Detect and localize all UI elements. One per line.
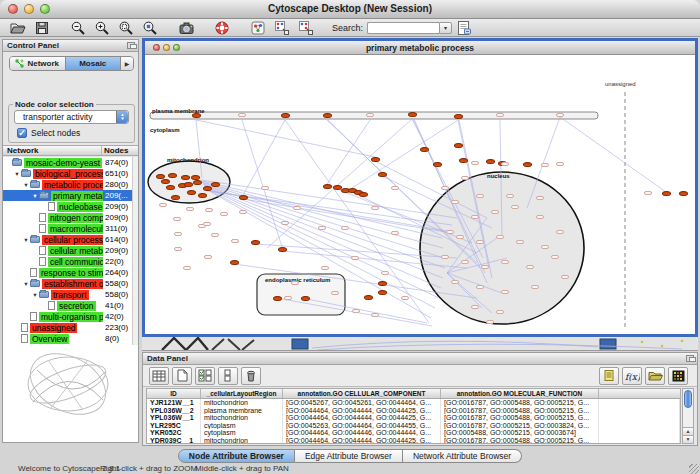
- gene-node-unselected[interactable]: [291, 281, 299, 285]
- table-scrollbar[interactable]: ▲ ▼: [682, 388, 694, 444]
- float-panel-icon[interactable]: [127, 42, 135, 49]
- table-row[interactable]: YDR039C__1mitochondrion[GO:0044464, GO:0…: [147, 437, 680, 444]
- gene-node-unselected[interactable]: [556, 230, 564, 234]
- expander-icon[interactable]: ▼: [22, 182, 30, 188]
- gene-node-unselected[interactable]: [186, 207, 194, 211]
- gene-node-unselected[interactable]: [486, 320, 494, 324]
- table-row[interactable]: YKR052Ccytoplasm[GO:0044464, GO:0044446,…: [147, 429, 680, 437]
- gene-node-unselected[interactable]: [446, 230, 454, 234]
- tree-scrollbar[interactable]: [132, 157, 138, 345]
- gene-node-unselected[interactable]: [391, 231, 399, 235]
- gene-node[interactable]: [273, 296, 282, 301]
- gene-node-unselected[interactable]: [451, 280, 459, 284]
- gene-node[interactable]: [371, 157, 380, 162]
- gene-node[interactable]: [161, 179, 170, 184]
- gene-node-unselected[interactable]: [159, 203, 167, 207]
- tree-header-network[interactable]: Network: [3, 146, 102, 155]
- gene-node[interactable]: [459, 158, 468, 163]
- gene-node-unselected[interactable]: [174, 247, 182, 251]
- notepad-icon[interactable]: [599, 367, 619, 385]
- table-row[interactable]: YPL036W__2plasma membrane[GO:0044464, GO…: [147, 407, 680, 415]
- zoom-fit-icon[interactable]: [114, 19, 138, 36]
- gene-node[interactable]: [523, 162, 532, 167]
- column-header[interactable]: annotation.GO MOLECULAR_FUNCTION: [441, 389, 599, 398]
- gene-node[interactable]: [168, 173, 177, 178]
- gene-node-unselected[interactable]: [526, 265, 534, 269]
- gene-node[interactable]: [281, 113, 290, 118]
- new-attribute-icon[interactable]: [172, 367, 192, 385]
- gene-node-unselected[interactable]: [321, 266, 329, 270]
- gene-node[interactable]: [278, 247, 287, 252]
- gene-node-unselected[interactable]: [366, 113, 374, 117]
- gene-node-unselected[interactable]: [471, 215, 479, 219]
- gene-node[interactable]: [454, 143, 463, 148]
- delete-attribute-icon[interactable]: [241, 367, 261, 385]
- gene-node-unselected[interactable]: [371, 313, 379, 317]
- tab-network[interactable]: Network: [10, 57, 66, 70]
- scroll-up-icon[interactable]: ▲: [683, 427, 693, 435]
- tab-node-attribute-browser[interactable]: Node Attribute Browser: [178, 449, 295, 463]
- gene-node-unselected[interactable]: [231, 239, 239, 243]
- gene-node-unselected[interactable]: [204, 255, 212, 259]
- tree-row[interactable]: ▼metabolic process280(0): [3, 179, 138, 190]
- gene-node[interactable]: [192, 113, 201, 118]
- gene-node[interactable]: [251, 240, 260, 245]
- gene-node[interactable]: [378, 290, 387, 295]
- gene-node[interactable]: [203, 186, 212, 191]
- gene-node-unselected[interactable]: [352, 309, 360, 313]
- column-header[interactable]: _cellularLayoutRegion: [201, 389, 283, 398]
- gene-node[interactable]: [433, 162, 442, 167]
- gene-node[interactable]: [679, 191, 688, 196]
- tree-row[interactable]: unassigned223(0): [3, 322, 138, 333]
- gene-node-unselected[interactable]: [261, 186, 269, 190]
- tree-row[interactable]: nucleobase-209(0): [3, 201, 138, 212]
- table-row[interactable]: YJR121W__1mitochondrion[GO:0045267, GO:0…: [147, 399, 680, 407]
- search-input[interactable]: [367, 22, 439, 34]
- import-folder-icon[interactable]: [645, 367, 665, 385]
- snapshot-icon[interactable]: [174, 19, 198, 36]
- column-header[interactable]: ID: [147, 389, 201, 398]
- gene-node[interactable]: [181, 175, 190, 180]
- gene-node-unselected[interactable]: [391, 186, 399, 190]
- resize-grip[interactable]: [689, 464, 699, 474]
- network-canvas[interactable]: plasma membrane cytoplasm mitochondrion …: [145, 55, 695, 334]
- gene-node-unselected[interactable]: [476, 285, 484, 289]
- gene-node[interactable]: [364, 295, 373, 300]
- gene-node-unselected[interactable]: [506, 194, 514, 198]
- tree-row[interactable]: macromolecule311(0): [3, 223, 138, 234]
- tab-overflow-arrow[interactable]: ▶: [121, 57, 133, 70]
- gene-node[interactable]: [359, 192, 368, 197]
- gene-node-unselected[interactable]: [293, 206, 301, 210]
- attribute-table-icon[interactable]: [149, 367, 169, 385]
- import-network-icon[interactable]: [270, 19, 294, 36]
- gene-node-unselected[interactable]: [451, 200, 459, 204]
- gene-node[interactable]: [378, 281, 387, 286]
- expander-icon[interactable]: ▼: [31, 193, 39, 199]
- gene-node-unselected[interactable]: [284, 296, 292, 300]
- select-nodes-checkbox[interactable]: ✓: [17, 128, 27, 138]
- gene-node-unselected[interactable]: [481, 265, 489, 269]
- gene-node-unselected[interactable]: [441, 186, 449, 190]
- open-icon[interactable]: [6, 19, 30, 36]
- gene-node-unselected[interactable]: [531, 285, 539, 289]
- gene-node-unselected[interactable]: [501, 290, 509, 294]
- expander-icon[interactable]: ▼: [13, 171, 21, 177]
- gene-node-unselected[interactable]: [203, 222, 211, 226]
- gene-node-unselected[interactable]: [371, 206, 379, 210]
- gene-node[interactable]: [193, 180, 202, 185]
- gene-node-unselected[interactable]: [331, 291, 339, 295]
- gene-node-unselected[interactable]: [644, 191, 652, 195]
- gene-node-unselected[interactable]: [556, 113, 564, 117]
- gene-node-unselected[interactable]: [239, 210, 247, 214]
- tree-row[interactable]: cell communicat22(0): [3, 256, 138, 267]
- gene-node-unselected[interactable]: [496, 113, 504, 117]
- gene-node-unselected[interactable]: [381, 271, 389, 275]
- gene-node[interactable]: [323, 113, 332, 118]
- zoom-in-icon[interactable]: [90, 19, 114, 36]
- function-builder-icon[interactable]: f(x): [622, 367, 642, 385]
- gene-node-unselected[interactable]: [491, 210, 499, 214]
- tree-row[interactable]: ▼biological_process651(0): [3, 168, 138, 179]
- node-color-dropdown[interactable]: transporter activity ▲▼: [14, 110, 129, 124]
- gene-node[interactable]: [486, 159, 495, 164]
- gene-node[interactable]: [408, 112, 417, 117]
